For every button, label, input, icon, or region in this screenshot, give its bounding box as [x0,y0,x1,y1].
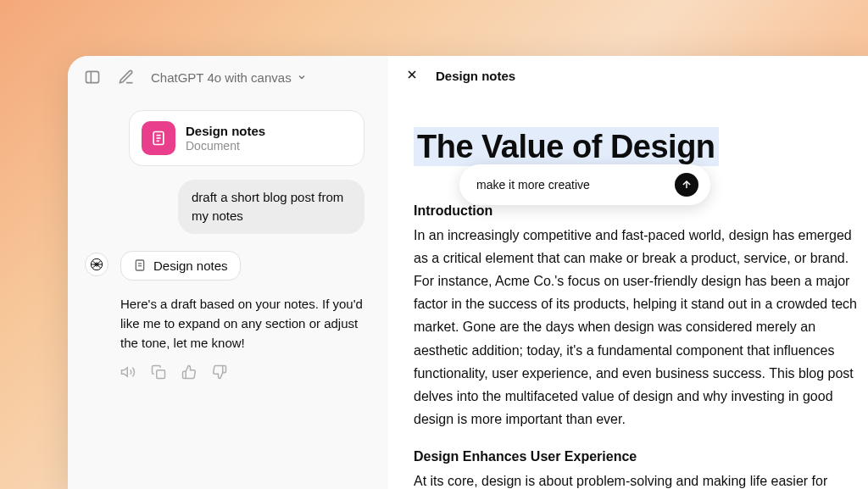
svg-marker-10 [122,368,128,377]
app-window: ChatGPT 4o with canvas Design notes [68,56,868,489]
canvas-title: Design notes [436,69,515,83]
inline-prompt[interactable]: make it more creative [459,164,710,205]
svg-rect-11 [157,370,165,379]
attachment-card[interactable]: Design notes Document [129,110,364,166]
doc-title[interactable]: The Value of Design [414,127,719,166]
attachment-subtitle: Document [186,139,265,153]
section-heading: Design Enhances User Experience [414,449,868,464]
document-icon [133,258,147,272]
section-body[interactable]: In an increasingly competitive and fast-… [414,224,868,431]
thumbs-down-icon[interactable] [212,364,227,380]
canvas-reference-chip[interactable]: Design notes [120,251,241,281]
section-body[interactable]: At its core, design is about problem-sol… [414,470,868,489]
assistant-avatar-icon [85,253,108,276]
sidebar-toggle-icon[interactable] [83,68,102,86]
read-aloud-icon[interactable] [120,364,136,380]
close-icon[interactable] [405,68,420,83]
model-selector[interactable]: ChatGPT 4o with canvas [151,70,307,85]
canvas-header: Design notes [388,56,868,95]
chat-header: ChatGPT 4o with canvas [83,68,373,86]
message-actions [120,364,371,380]
canvas-panel: Design notes The Value of Design make it… [388,56,868,489]
attachment-title: Design notes [186,124,265,138]
chevron-down-icon [297,72,307,82]
document-icon [142,121,175,155]
submit-prompt-button[interactable] [675,173,698,197]
chat-panel: ChatGPT 4o with canvas Design notes [68,56,388,489]
svg-rect-0 [86,71,99,82]
new-chat-icon[interactable] [117,68,136,86]
model-label: ChatGPT 4o with canvas [151,70,292,85]
inline-prompt-text[interactable]: make it more creative [476,178,590,192]
canvas-document[interactable]: The Value of Design make it more creativ… [388,95,868,489]
thumbs-up-icon[interactable] [181,364,197,380]
section-heading: Introduction [414,203,868,219]
chat-messages: Design notes Document draft a short blog… [83,110,373,477]
assistant-text: Here's a draft based on your notes. If y… [120,294,371,353]
copy-icon[interactable] [151,364,166,380]
reference-label: Design notes [153,258,228,273]
assistant-message-row: Design notes Here's a draft based on you… [85,251,371,381]
arrow-up-icon [681,179,693,191]
doc-title-wrap: The Value of Design make it more creativ… [414,129,868,166]
user-message: draft a short blog post from my notes [178,180,364,234]
